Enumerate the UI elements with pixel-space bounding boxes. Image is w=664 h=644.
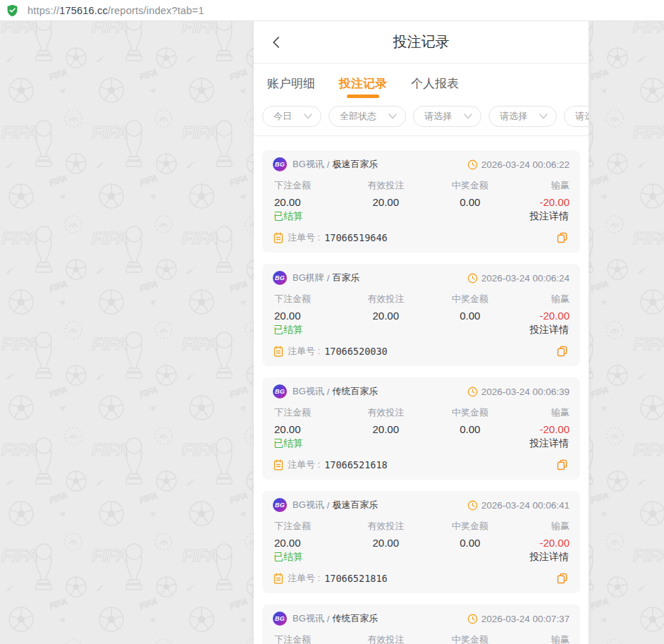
order-number: 17066520030 (324, 346, 387, 357)
copy-order-button[interactable] (555, 344, 569, 358)
filter-bar: 今日 全部状态 请选择 请选择 请选择 (254, 103, 589, 136)
order-note-icon (273, 459, 283, 470)
bet-time: 2026-03-24 00:06:24 (481, 273, 570, 284)
filter-select-2-value: 请选择 (500, 110, 527, 123)
provider-game-separator: / (327, 387, 330, 397)
status-badge: 已结算 (273, 210, 303, 223)
valid-bet-amount: 20.00 (343, 537, 428, 549)
bet-details-link[interactable]: 投注详情 (529, 437, 569, 450)
game-name: 传统百家乐 (332, 385, 378, 398)
status-badge: 已结算 (273, 324, 303, 336)
column-labels: 下注金额 有效投注 中奖金额 输赢 (273, 520, 570, 533)
provider-name: BG视讯 (293, 385, 324, 398)
provider-game-separator: / (327, 273, 330, 284)
column-labels: 下注金额 有效投注 中奖金额 输赢 (273, 293, 570, 305)
status-row: 已结算 投注详情 (273, 437, 570, 450)
game-name: 极速百家乐 (332, 158, 378, 171)
game-name: 传统百家乐 (332, 612, 378, 625)
provider-name: BG视讯 (293, 499, 324, 511)
card-header: BG BG视讯 / 传统百家乐 2026-03-24 00:07:37 (273, 606, 570, 631)
col-valid-label: 有效投注 (343, 520, 428, 533)
value-row: 20.00 20.00 0.00 -20.00 (273, 196, 570, 208)
game-name: 极速百家乐 (332, 499, 378, 511)
security-shield-icon[interactable] (6, 4, 18, 17)
copy-icon (557, 232, 567, 243)
copy-icon (557, 573, 567, 584)
bet-time: 2026-03-24 00:06:41 (481, 500, 570, 511)
clock-icon (467, 273, 478, 284)
records-list: BG BG视讯 / 极速百家乐 2026-03-24 00:06:22 下注金额… (254, 136, 589, 644)
tab-bet-records[interactable]: 投注记录 (339, 63, 387, 103)
order-row: 注单号 :17066520030 (273, 340, 570, 364)
bet-record-card: BG BG视讯 / 极速百家乐 2026-03-24 00:06:41 下注金额… (262, 491, 580, 593)
order-note-icon (273, 346, 283, 357)
valid-bet-amount: 20.00 (343, 423, 428, 435)
copy-icon (557, 346, 567, 357)
col-bet-label: 下注金额 (273, 633, 343, 644)
bet-amount: 20.00 (273, 423, 343, 435)
tab-account-details[interactable]: 账户明细 (267, 63, 315, 103)
status-row: 已结算 投注详情 (273, 324, 570, 336)
bet-time: 2026-03-24 00:06:22 (481, 159, 570, 170)
filter-date-select[interactable]: 今日 (262, 106, 321, 127)
bet-time-wrap: 2026-03-24 00:06:24 (467, 273, 570, 284)
provider-name: BG棋牌 (293, 272, 324, 284)
order-number: 17066519646 (324, 232, 387, 243)
win-amount: 0.00 (428, 310, 512, 322)
order-label: 注单号 : (288, 345, 320, 358)
order-note-icon (273, 573, 283, 584)
filter-select-1[interactable]: 请选择 (413, 106, 481, 127)
col-valid-label: 有效投注 (343, 406, 428, 419)
valid-bet-amount: 20.00 (343, 310, 428, 322)
clock-icon (467, 159, 478, 170)
col-profit-label: 输赢 (512, 293, 570, 305)
page-title: 投注记录 (393, 32, 450, 51)
bet-details-link[interactable]: 投注详情 (529, 551, 569, 564)
filter-select-1-value: 请选择 (424, 110, 452, 123)
card-header: BG BG视讯 / 传统百家乐 2026-03-24 00:06:39 (273, 379, 570, 404)
order-note-icon (273, 232, 283, 243)
back-button[interactable] (266, 32, 287, 52)
bet-time-wrap: 2026-03-24 00:06:41 (467, 500, 570, 511)
filter-select-2[interactable]: 请选择 (488, 106, 557, 127)
order-row: 注单号 :17066521618 (273, 454, 570, 478)
win-amount: 0.00 (428, 537, 512, 549)
col-profit-label: 输赢 (512, 179, 570, 192)
profit-amount: -20.00 (512, 196, 570, 208)
bet-time: 2026-03-24 00:07:37 (481, 614, 570, 624)
bet-amount: 20.00 (273, 310, 343, 322)
status-row: 已结算 投注详情 (273, 210, 570, 223)
provider-bg-logo-icon: BG (273, 271, 287, 285)
copy-order-button[interactable] (555, 458, 569, 472)
bet-record-card: BG BG棋牌 / 百家乐 2026-03-24 00:06:24 下注金额 有… (262, 264, 580, 366)
value-row: 20.00 20.00 0.00 -20.00 (273, 423, 570, 435)
column-labels: 下注金额 有效投注 中奖金额 输赢 (273, 633, 570, 644)
chevron-down-icon (304, 114, 312, 119)
column-labels: 下注金额 有效投注 中奖金额 输赢 (273, 179, 570, 192)
copy-order-button[interactable] (555, 231, 569, 245)
provider-bg-logo-icon: BG (273, 157, 287, 171)
browser-url-bar[interactable]: https://175616.cc/reports/index?tab=1 (0, 0, 664, 21)
filter-status-value: 全部状态 (340, 110, 376, 123)
order-label: 注单号 : (288, 458, 320, 471)
bet-details-link[interactable]: 投注详情 (529, 210, 569, 223)
bet-time-wrap: 2026-03-24 00:06:22 (467, 159, 570, 170)
bet-details-link[interactable]: 投注详情 (529, 324, 569, 336)
tab-personal-report[interactable]: 个人报表 (411, 63, 459, 103)
bet-amount: 20.00 (273, 537, 343, 549)
url-text: https://175616.cc/reports/index?tab=1 (27, 5, 204, 16)
col-valid-label: 有效投注 (343, 293, 428, 305)
filter-date-value: 今日 (273, 110, 292, 123)
chevron-down-icon (388, 114, 397, 119)
value-row: 20.00 20.00 0.00 -20.00 (273, 310, 570, 322)
panel-header: 投注记录 (254, 21, 589, 63)
filter-select-3[interactable]: 请选择 (564, 106, 589, 127)
copy-order-button[interactable] (555, 571, 569, 585)
filter-status-select[interactable]: 全部状态 (328, 106, 406, 127)
chevron-down-icon (464, 114, 472, 119)
col-bet-label: 下注金额 (273, 293, 343, 305)
profit-amount: -20.00 (512, 423, 570, 435)
provider-game-separator: / (327, 614, 330, 624)
order-row: 注单号 :17066521816 (273, 567, 570, 591)
provider-game-separator: / (327, 159, 330, 170)
